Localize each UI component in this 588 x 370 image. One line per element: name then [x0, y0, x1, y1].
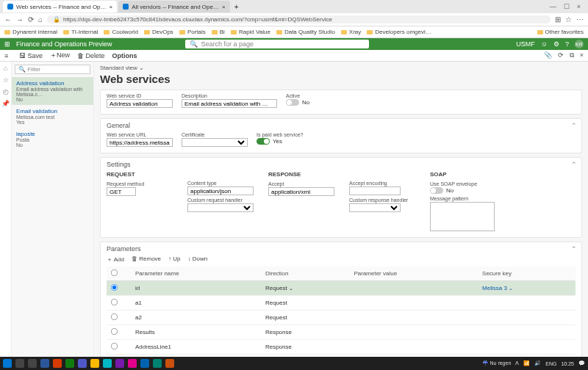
row-radio[interactable]	[111, 299, 118, 305]
bookmark[interactable]: Data Quality Studio	[276, 29, 335, 35]
address-bar[interactable]: 🔒 https://dqs-dev-tmbe62473c570c841bdeva…	[47, 15, 551, 23]
up-button[interactable]: ↑ Up	[168, 255, 180, 264]
custom-resp-handler-select[interactable]	[349, 203, 401, 212]
certificate-select[interactable]	[182, 138, 248, 147]
waffle-icon[interactable]: ⊞	[4, 40, 12, 48]
col-name[interactable]: Parameter name	[132, 266, 262, 281]
row-radio[interactable]	[111, 313, 118, 320]
col-dir[interactable]: Direction	[262, 266, 351, 281]
minimize-icon[interactable]: —	[550, 3, 556, 10]
bookmark[interactable]: TI-Internal	[63, 29, 98, 35]
table-row[interactable]: a1 Request	[107, 296, 576, 311]
app-icon[interactable]	[153, 359, 162, 368]
global-search[interactable]: 🔍Search for a page	[185, 40, 369, 48]
collapse-icon[interactable]: ⌃	[571, 245, 577, 253]
close-window-icon[interactable]: ×	[577, 3, 581, 10]
taskview-icon[interactable]	[28, 359, 37, 368]
bookmark[interactable]: Coolworld	[104, 29, 138, 35]
bookmark[interactable]: Rapid Value	[231, 29, 270, 35]
active-toggle[interactable]	[286, 99, 299, 106]
url-input[interactable]	[107, 138, 173, 147]
collapse-icon[interactable]: ⌃	[571, 161, 577, 168]
forward-icon[interactable]: →	[16, 15, 24, 23]
volume-icon[interactable]: 🔊	[534, 360, 541, 366]
maximize-icon[interactable]: ☐	[564, 3, 570, 10]
view-selector[interactable]: Standard view ⌄	[100, 65, 582, 71]
row-radio[interactable]	[111, 284, 118, 291]
avatar[interactable]: KR	[575, 40, 584, 48]
notifications-icon[interactable]: 💬	[578, 360, 585, 366]
list-item[interactable]: Email validation Melissa.com test Yes	[12, 105, 93, 128]
bookmark[interactable]: Portals	[179, 29, 206, 35]
app-icon[interactable]	[115, 359, 124, 368]
favorite-icon[interactable]: ☆	[565, 15, 572, 23]
bookmark[interactable]: Bi	[212, 29, 225, 35]
browser-tab-active[interactable]: Web services -- Finance and Op…×	[3, 1, 117, 12]
bookmark[interactable]: DevOps	[144, 29, 173, 35]
row-radio[interactable]	[111, 343, 118, 349]
soap-toggle[interactable]	[430, 187, 443, 194]
options-button[interactable]: Options	[112, 52, 137, 59]
col-sec[interactable]: Secure key	[479, 266, 576, 281]
row-radio[interactable]	[111, 328, 118, 335]
search-taskbar-icon[interactable]	[15, 359, 24, 368]
table-row[interactable]: AddressLine1 Response	[107, 340, 576, 355]
list-item[interactable]: Address validation Email address validat…	[12, 77, 93, 105]
bookmark[interactable]: Xray	[341, 29, 361, 35]
app-icon[interactable]	[78, 359, 87, 368]
new-button[interactable]: ＋New	[50, 51, 70, 60]
close-icon[interactable]: ×	[222, 4, 226, 10]
refresh-icon[interactable]: ⟳	[558, 51, 564, 59]
tray-chevron-icon[interactable]: ᐱ	[515, 360, 519, 366]
down-button[interactable]: ↓ Down	[188, 255, 208, 264]
popout-icon[interactable]: ⧉	[570, 51, 574, 59]
app-icon[interactable]	[90, 359, 99, 368]
collapse-icon[interactable]: ⌃	[571, 122, 577, 129]
add-button[interactable]: ＋ Add	[107, 255, 124, 264]
reload-icon[interactable]: ⟳	[28, 15, 34, 23]
app-icon[interactable]	[40, 359, 49, 368]
paid-toggle[interactable]	[257, 138, 270, 145]
new-tab-button[interactable]: +	[232, 3, 242, 11]
other-favorites[interactable]: Other favorites	[537, 29, 584, 35]
help-icon[interactable]: ?	[565, 40, 569, 48]
remove-button[interactable]: 🗑 Remove	[132, 255, 161, 264]
back-icon[interactable]: ←	[4, 15, 12, 23]
request-method-input[interactable]	[107, 187, 136, 196]
bookmark[interactable]: Dynarent internal	[4, 29, 57, 35]
start-icon[interactable]	[3, 359, 12, 368]
weather-widget[interactable]: ☔ Nu regen	[482, 360, 512, 366]
attach-icon[interactable]: 📎	[544, 51, 552, 59]
app-icon[interactable]	[128, 359, 137, 368]
smile-icon[interactable]: ☺	[541, 40, 548, 48]
delete-button[interactable]: 🗑 Delete	[77, 52, 105, 59]
select-all-radio[interactable]	[111, 269, 118, 276]
col-val[interactable]: Parameter value	[351, 266, 479, 281]
nav-toggle-icon[interactable]: ≡	[4, 52, 12, 59]
app-icon[interactable]	[140, 359, 149, 368]
menu-icon[interactable]: ⋯	[576, 15, 584, 23]
description-input[interactable]	[182, 99, 277, 108]
app-icon[interactable]	[53, 359, 62, 368]
custom-req-handler-select[interactable]	[187, 203, 254, 212]
accept-encoding-input[interactable]	[349, 186, 401, 195]
app-icon[interactable]	[65, 359, 74, 368]
wifi-icon[interactable]: 📶	[523, 360, 530, 366]
filter-input[interactable]: 🔍 Filter	[15, 65, 90, 74]
save-button[interactable]: 🖫 Save	[19, 52, 43, 59]
list-item[interactable]: laposte Posta No	[12, 128, 93, 150]
extensions-icon[interactable]: ⊞	[555, 15, 561, 23]
clock-rail-icon[interactable]: ◴	[3, 88, 9, 95]
app-icon[interactable]	[165, 359, 174, 368]
home-rail-icon[interactable]: ⌂	[4, 65, 7, 72]
clock[interactable]: 10:25	[561, 361, 574, 366]
close-icon[interactable]: ×	[110, 4, 113, 10]
web-service-id-input[interactable]	[107, 99, 173, 108]
app-icon[interactable]	[103, 359, 112, 368]
lang-indicator[interactable]: ENG	[545, 361, 556, 366]
pin-rail-icon[interactable]: 📌	[1, 100, 10, 107]
gear-icon[interactable]: ⚙	[553, 40, 559, 48]
home-icon[interactable]: ⌂	[38, 15, 43, 23]
table-row[interactable]: a2 Request	[107, 311, 576, 325]
table-row[interactable]: Results Response	[107, 325, 576, 340]
